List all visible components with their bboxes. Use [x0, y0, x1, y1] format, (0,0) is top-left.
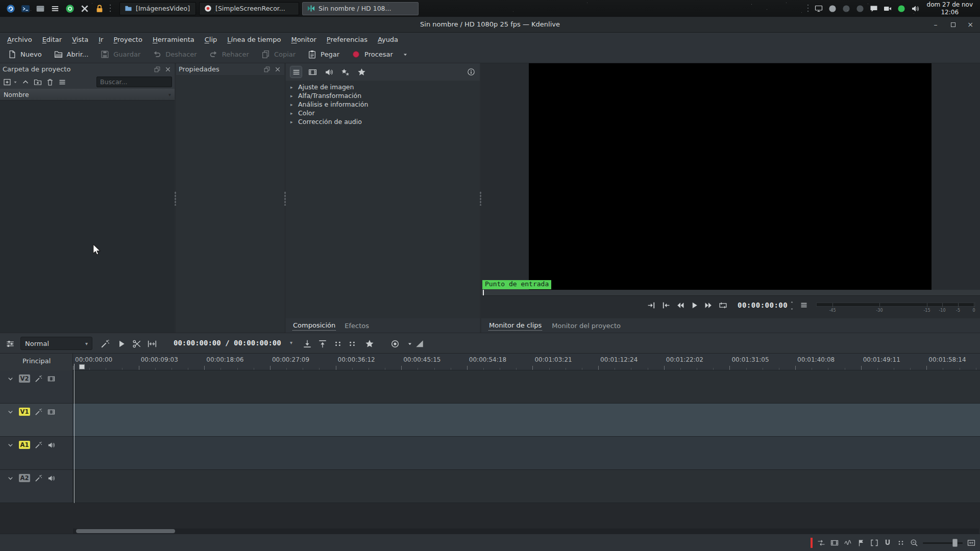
star-icon[interactable]	[356, 66, 367, 78]
track-effects-icon[interactable]	[34, 474, 43, 483]
speaker-icon[interactable]	[323, 66, 334, 78]
chevron-down-icon[interactable]: ▾	[290, 340, 292, 345]
create-folder-icon[interactable]	[33, 78, 42, 87]
lock-icon[interactable]	[94, 3, 105, 14]
menu-archivo[interactable]: Archivo	[2, 34, 37, 45]
expand-arrow-icon[interactable]: ▸	[290, 119, 295, 124]
camera-icon[interactable]	[884, 4, 892, 13]
record-button[interactable]	[390, 339, 400, 348]
column-header[interactable]: Nombre ▾	[0, 89, 175, 101]
monitor-playhead[interactable]	[483, 290, 484, 295]
tray-circle-dark-icon[interactable]	[856, 4, 865, 13]
zoom-fit-icon[interactable]	[967, 538, 976, 547]
track-header-v2[interactable]: V2	[0, 370, 73, 404]
zone-bracket-icon[interactable]	[870, 538, 879, 547]
procesar-button[interactable]: Procesar	[346, 47, 399, 62]
terminal-icon[interactable]	[20, 3, 31, 14]
expand-arrow-icon[interactable]: ▸	[290, 102, 295, 107]
track-lane-v1[interactable]	[73, 404, 980, 437]
timeline-playhead[interactable]	[74, 364, 75, 503]
project-bin-list[interactable]	[0, 101, 175, 333]
chevron-down-icon[interactable]	[6, 441, 15, 449]
expand-arrow-icon[interactable]: ▸	[290, 111, 295, 116]
minimize-button[interactable]: –	[931, 20, 940, 29]
audio-track-icon[interactable]	[47, 474, 56, 483]
menu-preferencias[interactable]: Preferencias	[322, 34, 373, 45]
video-track-icon[interactable]	[47, 408, 56, 416]
wand-icon[interactable]	[100, 339, 110, 348]
panel-applet-handle[interactable]	[109, 4, 112, 14]
tab-monitor-del-proyecto[interactable]: Monitor del proyecto	[551, 321, 621, 331]
track-effects-icon[interactable]	[34, 441, 43, 449]
menu-monitor[interactable]: Monitor	[286, 34, 321, 45]
timeline-tracks-area[interactable]: V2V1A1A2	[0, 370, 980, 534]
audio-thumbnails-icon[interactable]	[843, 538, 852, 547]
nuevo-button[interactable]: Nuevo	[2, 47, 47, 62]
record-dropdown-caret[interactable]	[405, 339, 414, 348]
info-icon[interactable]	[467, 68, 475, 76]
effect-category-color[interactable]: ▸Color	[286, 109, 480, 117]
menu-clip[interactable]: Clip	[200, 34, 223, 45]
monitor-video-area[interactable]	[529, 63, 932, 290]
menu-vista[interactable]: Vista	[67, 34, 93, 45]
render-dropdown-caret[interactable]	[400, 52, 411, 58]
track-header-a2[interactable]: A2	[0, 470, 73, 503]
effect-category-alfa-transformaci-n[interactable]: ▸Alfa/Transformación	[286, 91, 480, 100]
taskbar-item-simplescreenrecor[interactable]: [SimpleScreenRecor...	[199, 2, 299, 15]
double-star-icon[interactable]	[339, 66, 351, 78]
abrir-button[interactable]: Abrir...	[48, 47, 94, 62]
pegar-button[interactable]: Pegar	[302, 47, 345, 62]
track-effects-icon[interactable]	[34, 408, 43, 416]
track-header-v1[interactable]: V1	[0, 404, 73, 437]
track-badge[interactable]: V2	[19, 374, 30, 383]
expand-arrow-icon[interactable]: ▸	[290, 85, 295, 90]
effect-category-ajuste-de-imagen[interactable]: ▸Ajuste de imagen	[286, 83, 480, 91]
volume-icon[interactable]	[911, 4, 920, 13]
up-chevron-icon[interactable]	[21, 78, 30, 87]
caret-down-icon[interactable]	[13, 80, 18, 85]
float-panel-icon[interactable]	[154, 66, 160, 72]
track-badge[interactable]: A2	[19, 474, 30, 482]
tray-circle-dark-icon[interactable]	[842, 4, 851, 13]
track-lane-v2[interactable]	[73, 370, 980, 404]
effect-category-an-lisis-e-informaci-n[interactable]: ▸Análisis e información	[286, 100, 480, 109]
audio-track-icon[interactable]	[47, 441, 56, 449]
timeline-mode-select[interactable]: Normal ▾	[20, 337, 92, 350]
grid-dots-icon[interactable]	[896, 538, 905, 547]
xkill-icon[interactable]	[79, 3, 90, 14]
grid-dots-icon[interactable]	[347, 339, 357, 348]
float-panel-icon[interactable]	[263, 66, 270, 72]
clock[interactable]: dom 27 de nov 12:06	[925, 1, 975, 16]
scissors-icon[interactable]	[132, 339, 141, 348]
menu-editar[interactable]: Editar	[37, 34, 67, 45]
magnet-icon[interactable]	[883, 538, 892, 547]
zoom-slider-handle[interactable]	[952, 539, 958, 547]
chevron-down-icon[interactable]	[6, 408, 15, 416]
fade-icon[interactable]	[414, 339, 424, 348]
star-icon[interactable]	[364, 339, 374, 348]
forward-icon[interactable]	[704, 300, 713, 310]
search-input[interactable]	[96, 77, 172, 87]
spin-down-icon[interactable]	[790, 306, 794, 311]
expand-arrow-icon[interactable]: ▸	[290, 93, 295, 98]
track-badge[interactable]: V1	[19, 408, 30, 416]
insert-zone-icon[interactable]	[302, 339, 312, 348]
rewind-icon[interactable]	[675, 300, 684, 310]
close-panel-icon[interactable]	[164, 66, 171, 72]
menu-ir[interactable]: Ir	[93, 34, 108, 45]
green-dot-icon[interactable]	[897, 4, 906, 13]
menu-lines-icon[interactable]	[290, 66, 302, 78]
film-icon[interactable]	[307, 66, 318, 78]
timeline-zone-marker[interactable]	[79, 364, 85, 369]
zone-in-icon[interactable]	[647, 300, 656, 310]
chevron-down-icon[interactable]	[6, 474, 15, 483]
extract-zone-icon[interactable]	[317, 339, 327, 348]
scrollbar-handle[interactable]	[76, 529, 175, 533]
menu-l-nea-de-tiempo[interactable]: Línea de tiempo	[222, 34, 286, 45]
effect-category-correcci-n-de-audio[interactable]: ▸Corrección de audio	[286, 117, 480, 126]
timeline-ruler[interactable]: Principal 00:00:00:0000:00:09:0300:00:18…	[0, 354, 980, 370]
distro-logo-icon[interactable]	[5, 3, 16, 14]
play-icon[interactable]	[690, 300, 699, 310]
tab-efectos[interactable]: Efectos	[344, 321, 370, 331]
video-track-icon[interactable]	[47, 374, 56, 383]
